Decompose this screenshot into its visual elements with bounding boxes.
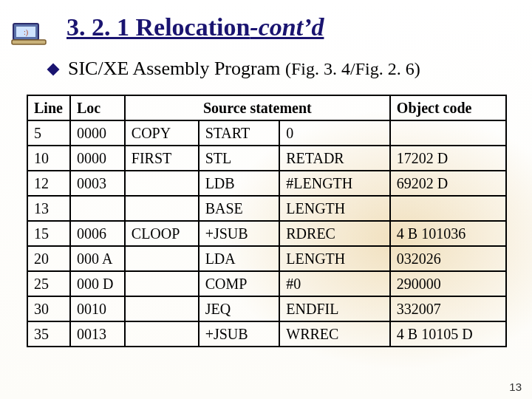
table-row: 20 000 A LDA LENGTH 032026 [27,246,506,271]
cell-line: 20 [27,246,70,271]
slide: :) 3. 2. 1 Relocation-cont’d SIC/XE Asse… [0,0,532,399]
cell-loc [70,196,125,221]
cell-mnem: STL [199,146,280,171]
cell-line: 25 [27,271,70,296]
cell-line: 13 [27,196,70,221]
cell-obj: 4 B 101036 [390,221,506,246]
col-object: Object code [390,95,506,120]
col-loc: Loc [70,95,125,120]
cell-obj: 17202 D [390,146,506,171]
title-main: 3. 2. 1 Relocation [66,13,250,41]
cell-loc: 000 A [70,246,125,271]
cell-loc: 0000 [70,146,125,171]
cell-mnem: LDA [199,246,280,271]
cell-obj [390,196,506,221]
cell-obj: 332007 [390,296,506,321]
cell-oper: LENGTH [279,196,390,221]
cell-loc: 0000 [70,120,125,146]
col-line: Line [27,95,70,120]
cell-mnem: +JSUB [199,221,280,246]
figure-reference: (Fig. 3. 4/Fig. 2. 6) [285,59,420,78]
cell-obj: 69202 D [390,171,506,196]
cell-label [125,171,199,196]
cell-label: COPY [125,120,199,146]
cell-oper: LENGTH [279,246,390,271]
cell-label [125,296,199,321]
cell-line: 10 [27,146,70,171]
cell-oper: WRREC [279,321,390,347]
svg-text::): :) [24,28,28,37]
page-number: 13 [509,381,522,393]
cell-label [125,196,199,221]
title-contd: -cont’d [250,13,324,41]
cell-loc: 0013 [70,321,125,347]
subtitle-text: SIC/XE Assembly Program [68,58,280,79]
cell-oper: 0 [279,120,390,146]
svg-rect-3 [12,40,46,44]
cell-label [125,271,199,296]
cell-mnem: +JSUB [199,321,280,347]
cell-oper: ENDFIL [279,296,390,321]
cell-obj [390,120,506,146]
cell-line: 30 [27,296,70,321]
table-row: 5 0000 COPY START 0 [27,120,506,146]
cell-mnem: COMP [199,271,280,296]
table-header-row: Line Loc Source statement Object code [27,95,506,120]
cell-mnem: LDB [199,171,280,196]
cell-label [125,246,199,271]
cell-obj: 290000 [390,271,506,296]
cell-loc: 0010 [70,296,125,321]
cell-line: 12 [27,171,70,196]
table-row: 15 0006 CLOOP +JSUB RDREC 4 B 101036 [27,221,506,246]
cell-oper: RDREC [279,221,390,246]
cell-label: CLOOP [125,221,199,246]
cell-mnem: BASE [199,196,280,221]
table-row: 13 BASE LENGTH [27,196,506,221]
bullet-icon [47,64,60,76]
cell-loc: 0006 [70,221,125,246]
cell-line: 35 [27,321,70,347]
table-row: 25 000 D COMP #0 290000 [27,271,506,296]
cell-loc: 000 D [70,271,125,296]
cell-oper: #0 [279,271,390,296]
table-row: 35 0013 +JSUB WRREC 4 B 10105 D [27,321,506,347]
table-row: 30 0010 JEQ ENDFIL 332007 [27,296,506,321]
col-source: Source statement [125,95,390,120]
cell-label: FIRST [125,146,199,171]
cell-loc: 0003 [70,171,125,196]
table-row: 12 0003 LDB #LENGTH 69202 D [27,171,506,196]
cell-line: 15 [27,221,70,246]
cell-label [125,321,199,347]
cell-line: 5 [27,120,70,146]
cell-mnem: JEQ [199,296,280,321]
cell-oper: #LENGTH [279,171,390,196]
subtitle: SIC/XE Assembly Program (Fig. 3. 4/Fig. … [49,58,420,80]
table-row: 10 0000 FIRST STL RETADR 17202 D [27,146,506,171]
cell-obj: 4 B 10105 D [390,321,506,347]
page-title: 3. 2. 1 Relocation-cont’d [66,13,324,41]
cell-obj: 032026 [390,246,506,271]
assembly-table: Line Loc Source statement Object code 5 … [27,95,507,347]
cell-oper: RETADR [279,146,390,171]
computer-icon: :) [10,21,47,46]
cell-mnem: START [199,120,280,146]
